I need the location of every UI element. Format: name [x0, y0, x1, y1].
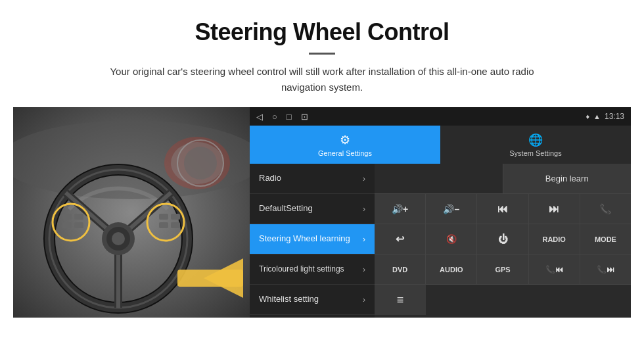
- gps-label: GPS: [495, 266, 510, 274]
- car-image-panel: [13, 107, 250, 318]
- control-row-3: DVD AUDIO GPS 📞⏮ 📞⏭: [375, 254, 631, 285]
- menu-item-steering-wheel[interactable]: Steering Wheel learning ›: [250, 224, 375, 254]
- prev-track-icon: ⏮: [497, 203, 508, 215]
- menu-chevron-tricoloured: ›: [363, 265, 365, 274]
- menu-item-tricoloured[interactable]: Tricoloured light settings ›: [250, 254, 375, 285]
- phone-prev-button[interactable]: 📞⏮: [529, 254, 580, 284]
- phone-next-button[interactable]: 📞⏭: [580, 254, 631, 284]
- svg-rect-22: [74, 214, 83, 220]
- phone-icon: 📞: [599, 203, 612, 215]
- android-panel: ◁ ○ □ ⊡ ♦ ▲ 13:13 ⚙ General Settings 🌐 S…: [250, 107, 631, 318]
- menu-item-default-label: DefaultSetting: [259, 203, 313, 214]
- page-header: Steering Wheel Control Your original car…: [0, 0, 644, 107]
- tab-system-settings[interactable]: 🌐 System Settings: [440, 126, 631, 164]
- menu-item-whitelist[interactable]: Whitelist setting ›: [250, 285, 375, 315]
- svg-point-17: [112, 232, 125, 245]
- next-track-icon: ⏭: [549, 203, 559, 215]
- right-controls: Begin learn 🔊+ 🔊– ⏮ ⏭: [375, 164, 631, 318]
- return-icon: ↩: [396, 233, 404, 245]
- menu-item-default-setting[interactable]: DefaultSetting ›: [250, 194, 375, 224]
- menu-item-radio[interactable]: Radio ›: [250, 164, 375, 194]
- phone-prev-icon: 📞⏮: [545, 265, 563, 274]
- controls-top-row: Begin learn: [375, 164, 631, 194]
- status-bar-right: ♦ ▲ 13:13: [586, 112, 624, 121]
- wifi-icon: ▲: [593, 112, 601, 120]
- prev-track-button[interactable]: ⏮: [477, 194, 528, 224]
- tab-bar: ⚙ General Settings 🌐 System Settings: [250, 126, 631, 164]
- dvd-label: DVD: [392, 266, 407, 274]
- home-nav-icon[interactable]: ○: [272, 112, 277, 122]
- svg-rect-29: [177, 270, 243, 287]
- control-row-4: ≡: [375, 285, 631, 315]
- menu-item-steering-label: Steering Wheel learning: [259, 233, 350, 245]
- menu-item-tricoloured-label: Tricoloured light settings: [259, 264, 344, 275]
- screenshot-nav-icon[interactable]: ⊡: [301, 112, 308, 122]
- empty-input-cell: [375, 164, 503, 193]
- left-menu: Radio › DefaultSetting › Steering Wheel …: [250, 164, 375, 318]
- svg-rect-20: [62, 214, 72, 220]
- back-nav-icon[interactable]: ◁: [256, 112, 263, 122]
- menu-icon-button[interactable]: ≡: [375, 285, 426, 315]
- mute-icon: 🔇: [446, 234, 457, 244]
- phone-button[interactable]: 📞: [580, 194, 631, 224]
- audio-button[interactable]: AUDIO: [426, 254, 477, 284]
- audio-label: AUDIO: [440, 266, 463, 274]
- menu-chevron-steering: ›: [363, 235, 365, 244]
- svg-rect-27: [171, 222, 180, 228]
- main-content: ◁ ○ □ ⊡ ♦ ▲ 13:13 ⚙ General Settings 🌐 S…: [13, 107, 631, 318]
- svg-rect-24: [159, 214, 168, 220]
- content-split: Radio › DefaultSetting › Steering Wheel …: [250, 164, 631, 318]
- mode-label: MODE: [595, 235, 616, 243]
- control-row-1: 🔊+ 🔊– ⏮ ⏭ 📞: [375, 194, 631, 224]
- system-settings-icon: 🌐: [528, 133, 543, 147]
- svg-rect-25: [159, 222, 168, 228]
- radio-label: RADIO: [542, 235, 565, 243]
- begin-learn-button[interactable]: Begin learn: [503, 164, 632, 193]
- power-button[interactable]: ⏻: [477, 224, 528, 254]
- return-button[interactable]: ↩: [375, 224, 426, 254]
- title-divider: [309, 53, 335, 55]
- tab-general-label: General Settings: [318, 149, 372, 157]
- menu-chevron-default: ›: [363, 205, 365, 214]
- menu-item-radio-label: Radio: [259, 173, 281, 184]
- gps-button[interactable]: GPS: [477, 254, 528, 284]
- dvd-button[interactable]: DVD: [375, 254, 426, 284]
- power-icon: ⏻: [498, 233, 508, 245]
- volume-up-button[interactable]: 🔊+: [375, 194, 426, 224]
- menu-chevron-radio: ›: [363, 174, 365, 183]
- tab-general-settings[interactable]: ⚙ General Settings: [250, 126, 440, 164]
- volume-down-icon: 🔊–: [443, 204, 459, 214]
- recent-nav-icon[interactable]: □: [287, 112, 292, 122]
- menu-chevron-whitelist: ›: [363, 295, 365, 304]
- menu-list-icon: ≡: [397, 293, 404, 307]
- volume-down-button[interactable]: 🔊–: [426, 194, 477, 224]
- status-time: 13:13: [605, 112, 624, 121]
- svg-rect-23: [74, 222, 83, 228]
- page-title: Steering Wheel Control: [26, 18, 618, 46]
- tab-system-label: System Settings: [509, 149, 561, 157]
- control-row-2: ↩ 🔇 ⏻ RADIO MODE: [375, 224, 631, 254]
- status-bar-nav-icons: ◁ ○ □ ⊡: [256, 112, 308, 122]
- volume-up-icon: 🔊+: [392, 204, 408, 214]
- phone-next-icon: 📞⏭: [597, 265, 614, 274]
- mute-button[interactable]: 🔇: [426, 224, 477, 254]
- next-track-button[interactable]: ⏭: [529, 194, 580, 224]
- svg-rect-26: [171, 214, 180, 220]
- svg-point-5: [184, 147, 217, 180]
- svg-rect-21: [62, 222, 72, 228]
- radio-mode-button[interactable]: RADIO: [529, 224, 580, 254]
- location-icon: ♦: [586, 112, 589, 120]
- mode-button[interactable]: MODE: [580, 224, 631, 254]
- general-settings-icon: ⚙: [340, 133, 350, 147]
- header-description: Your original car's steering wheel contr…: [99, 64, 545, 95]
- status-bar: ◁ ○ □ ⊡ ♦ ▲ 13:13: [250, 107, 631, 126]
- menu-item-whitelist-label: Whitelist setting: [259, 294, 319, 305]
